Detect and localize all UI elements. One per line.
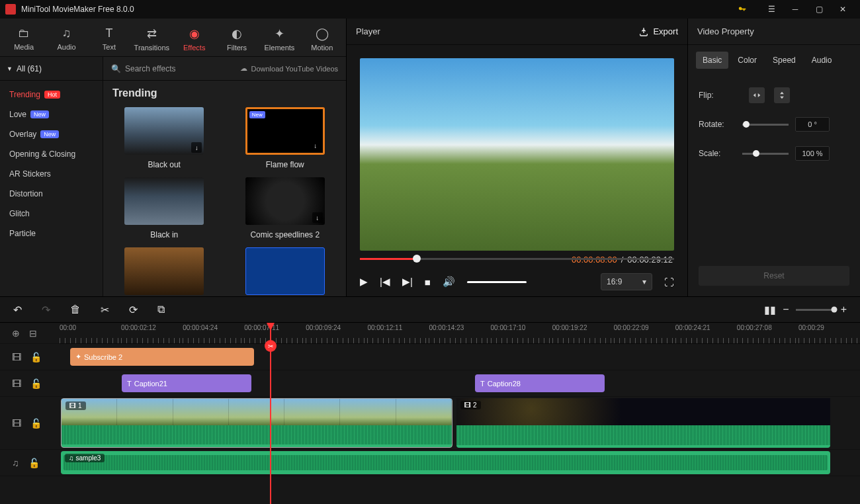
fit-button[interactable]: ▮▮ [764, 304, 776, 316]
lock-icon[interactable]: 🔓 [30, 418, 42, 429]
sidebar-header[interactable]: ▼All (61) [0, 57, 103, 81]
close-button[interactable]: ✕ [831, 0, 855, 19]
tab-media[interactable]: 🗀Media [3, 21, 45, 56]
effect-card-black-in[interactable]: Black in [112, 177, 216, 239]
key-icon[interactable] [730, 0, 754, 19]
player-pane: Player Export 00:00:08:00 / 00:00:29:12 … [347, 19, 688, 296]
redo-button[interactable]: ↷ [42, 304, 50, 316]
aspect-ratio-select[interactable]: 16:9▾ [601, 273, 652, 290]
effect-card-extra1[interactable] [112, 247, 216, 295]
sidebar-item-trending[interactable]: TrendingHot [0, 85, 103, 105]
rotate-value[interactable]: 0 ° [795, 117, 830, 132]
lock-icon[interactable]: 🔓 [30, 378, 42, 389]
playhead[interactable]: ✂ [270, 323, 271, 504]
speed-button[interactable]: ⟳ [129, 304, 138, 316]
effects-content: 🔍Search effects ☁Download YouTube Videos… [103, 57, 346, 296]
music-icon: ♫ [12, 458, 19, 468]
download-youtube-button[interactable]: ☁Download YouTube Videos [240, 64, 339, 73]
timeline-ruler[interactable]: 00:0000:00:02:1200:00:04:2400:00:07:1100… [60, 323, 860, 344]
split-button[interactable]: ✂ [101, 304, 109, 316]
track-audio[interactable]: ♫sample3 [60, 450, 860, 476]
sidebar-item-distortion[interactable]: Distortion [0, 184, 103, 204]
effect-card-extra2[interactable] [234, 247, 337, 295]
crop-button[interactable]: ⧉ [157, 304, 165, 315]
volume-icon[interactable]: 🔊 [443, 276, 455, 288]
transition-icon: ⇄ [147, 26, 157, 41]
tab-audio[interactable]: ♫Audio [45, 21, 87, 56]
left-pane: 🗀Media ♫Audio TText ⇄Transitions ◉Effect… [0, 19, 347, 296]
prop-tab-color[interactable]: Color [731, 52, 763, 69]
effect-card-comic-speedlines[interactable]: ↓ Comic speedlines 2 [234, 177, 337, 239]
cloud-icon: ☁ [240, 64, 247, 73]
export-button[interactable]: Export [638, 26, 678, 37]
rotate-slider[interactable] [742, 124, 789, 126]
zoom-out-button[interactable]: − [783, 304, 789, 315]
add-track-icon[interactable]: ⊕ [12, 328, 20, 339]
tab-text[interactable]: TText [88, 21, 130, 56]
scale-label: Scale: [699, 149, 736, 158]
sidebar-item-love[interactable]: LoveNew [0, 105, 103, 124]
effects-sidebar: ▼All (61) TrendingHot LoveNew OverlayNew… [0, 57, 103, 296]
download-icon[interactable]: ↓ [191, 142, 202, 153]
zoom-in-button[interactable]: + [841, 304, 847, 315]
undo-button[interactable]: ↶ [13, 304, 22, 316]
flip-vertical-button[interactable] [774, 87, 790, 103]
sidebar-item-opening-closing[interactable]: Opening & Closing [0, 144, 103, 164]
effects-icon: ◉ [189, 26, 200, 41]
prop-tab-audio[interactable]: Audio [805, 52, 839, 69]
lock-icon[interactable]: 🔓 [28, 458, 40, 468]
menu-icon[interactable]: ☰ [759, 0, 783, 19]
property-pane: Video Property Basic Color Speed Audio F… [688, 19, 860, 296]
effect-card-flame-flow[interactable]: New↓ Flame flow [234, 107, 337, 169]
scale-value[interactable]: 100 % [795, 146, 830, 161]
app-logo-icon [5, 4, 16, 15]
clip-caption28[interactable]: TCaption28 [475, 374, 605, 392]
download-icon[interactable]: ↓ [312, 212, 323, 223]
prop-tab-speed[interactable]: Speed [766, 52, 802, 69]
property-title: Video Property [697, 26, 754, 36]
next-frame-button[interactable]: ▶| [402, 276, 413, 288]
tab-filters[interactable]: ◐Filters [216, 21, 258, 56]
flip-horizontal-button[interactable] [749, 87, 765, 103]
film-icon: 🎞 [12, 352, 21, 362]
sidebar-item-overlay[interactable]: OverlayNew [0, 124, 103, 144]
sidebar-item-glitch[interactable]: Glitch [0, 204, 103, 224]
search-effects[interactable]: 🔍Search effects [111, 64, 176, 73]
fullscreen-button[interactable]: ⛶ [664, 276, 674, 288]
minimize-button[interactable]: ─ [783, 0, 807, 19]
star-icon: ✦ [75, 353, 81, 361]
maximize-button[interactable]: ▢ [807, 0, 831, 19]
text-icon: T [105, 26, 112, 40]
clip-audio[interactable]: ♫sample3 [61, 451, 830, 474]
scale-slider[interactable] [742, 153, 789, 155]
volume-slider[interactable] [467, 281, 527, 283]
track-video[interactable]: 🎞1 🎞2 [60, 397, 860, 450]
prev-frame-button[interactable]: |◀ [380, 276, 390, 288]
clip-caption21[interactable]: TCaption21 [122, 374, 251, 392]
zoom-slider[interactable] [796, 309, 834, 311]
tab-elements[interactable]: ✦Elements [258, 21, 300, 56]
rotate-label: Rotate: [699, 120, 736, 129]
stop-button[interactable]: ■ [425, 276, 431, 288]
prop-tab-basic[interactable]: Basic [696, 52, 728, 69]
collapse-icon[interactable]: ⊟ [29, 328, 37, 339]
sidebar-item-particle[interactable]: Particle [0, 224, 103, 243]
scrubber[interactable] [360, 251, 674, 267]
titlebar: MiniTool MovieMaker Free 8.0.0 ☰ ─ ▢ ✕ [0, 0, 860, 19]
clip-subscribe[interactable]: ✦Subscribe 2 [70, 348, 254, 366]
clip-video-2[interactable]: 🎞2 [456, 398, 830, 448]
tab-effects[interactable]: ◉Effects [173, 21, 216, 56]
track-text[interactable]: TCaption21 TCaption28 [60, 370, 860, 397]
sidebar-item-ar-stickers[interactable]: AR Stickers [0, 164, 103, 184]
delete-button[interactable]: 🗑 [70, 304, 81, 315]
reset-button[interactable]: Reset [699, 266, 849, 286]
video-preview[interactable] [360, 58, 674, 251]
play-button[interactable]: ▶ [360, 276, 368, 288]
lock-icon[interactable]: 🔓 [30, 352, 42, 362]
tab-motion[interactable]: ◯Motion [301, 21, 343, 56]
download-icon[interactable]: ↓ [310, 140, 321, 151]
tab-transitions[interactable]: ⇄Transitions [130, 21, 173, 56]
effect-card-black-out[interactable]: ↓ Black out [112, 107, 216, 169]
clip-video-1[interactable]: 🎞1 [61, 398, 452, 448]
track-element[interactable]: ✦Subscribe 2 [60, 344, 860, 370]
